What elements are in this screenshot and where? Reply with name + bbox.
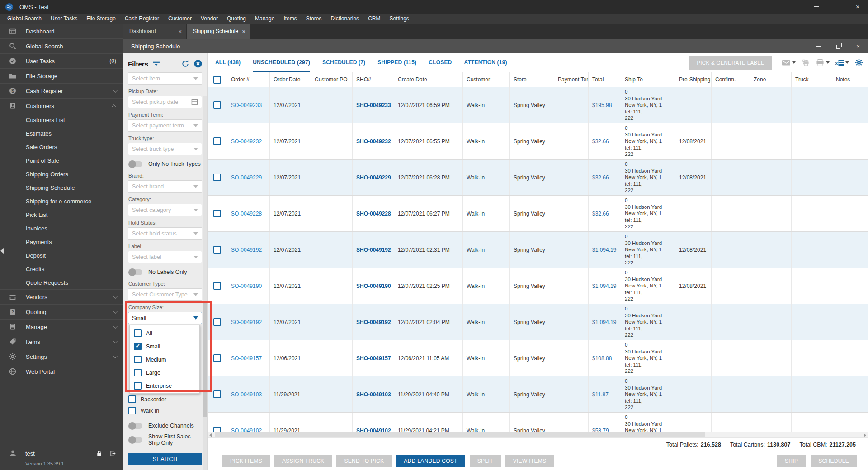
column-header[interactable]: Order # (227, 72, 270, 87)
row-checkbox[interactable] (213, 210, 221, 217)
filter-checkbox[interactable] (128, 395, 136, 403)
order-number-link[interactable]: SO-0049190 (227, 268, 270, 304)
order-number-link[interactable]: SO-0049192 (227, 304, 270, 340)
sho-number-link[interactable]: SHO-0049102 (353, 413, 394, 432)
tab-close-icon[interactable]: × (178, 28, 182, 35)
action-button[interactable]: SPLIT (470, 455, 501, 467)
search-button[interactable]: SEARCH (128, 453, 202, 465)
close-button[interactable]: × (847, 0, 868, 14)
filter-toggle[interactable]: Show First Sales Ship Only (129, 435, 202, 445)
sidebar-item[interactable]: Manage (0, 319, 123, 334)
status-tab[interactable]: UNSCHEDULED (297) (253, 53, 310, 72)
sidebar-subitem[interactable]: Customers List (0, 113, 123, 127)
column-header[interactable]: Zone (750, 72, 792, 87)
column-header[interactable]: Create Date (394, 72, 463, 87)
filter-checkbox[interactable] (128, 407, 136, 414)
order-number-link[interactable]: SO-0049229 (227, 160, 270, 195)
logout-icon[interactable] (109, 450, 116, 457)
row-checkbox[interactable] (213, 427, 221, 432)
label-print-button[interactable] (801, 59, 810, 66)
menu-item[interactable]: Items (279, 15, 301, 22)
filter-date-input[interactable]: Select pickup date (128, 96, 202, 108)
email-button[interactable] (782, 59, 796, 66)
filter-toggle[interactable]: Only No Truck Types (129, 159, 202, 169)
row-checkbox[interactable] (213, 174, 221, 181)
select-all-checkbox[interactable] (213, 76, 221, 84)
column-header[interactable]: Customer (463, 72, 510, 87)
option-checkbox[interactable] (134, 382, 142, 390)
filter-toggle[interactable]: No Labels Only (129, 267, 202, 277)
filter-scrollbar[interactable] (203, 96, 207, 470)
action-button[interactable]: VIEW ITEMS (505, 455, 554, 467)
order-number-link[interactable]: SO-0049192 (227, 232, 270, 268)
sho-number-link[interactable]: SHO-0049192 (353, 304, 394, 340)
column-header[interactable]: Store (510, 72, 554, 87)
sho-number-link[interactable]: SHO-0049229 (353, 160, 394, 195)
tab-close-icon[interactable]: × (242, 28, 245, 35)
option-checkbox[interactable] (134, 369, 142, 376)
sho-number-link[interactable]: SHO-0049232 (353, 123, 394, 159)
toggle-pill[interactable] (129, 423, 142, 429)
menu-item[interactable]: Global Search (3, 15, 46, 22)
filter-select[interactable]: Select category (128, 204, 202, 216)
status-tab[interactable]: ATTENTION (19) (464, 53, 507, 72)
row-checkbox[interactable] (213, 282, 221, 290)
menu-item[interactable]: Manage (250, 15, 279, 22)
export-excel-button[interactable]: x (835, 59, 849, 66)
order-number-link[interactable]: SO-0049157 (227, 340, 270, 376)
filter-toggle[interactable]: Exclude Channels (129, 421, 202, 431)
option-checkbox[interactable] (134, 343, 142, 350)
settings-button[interactable] (854, 59, 863, 66)
sidebar-collapse-arrow-icon[interactable] (0, 248, 4, 254)
sho-number-link[interactable]: SHO-0049157 (353, 340, 394, 376)
column-header[interactable]: Payment Term (554, 72, 589, 87)
table-row[interactable]: SO-0049228 12/07/2021 SHO-0049228 12/07/… (208, 196, 868, 232)
horizontal-scrollbar-thumb[interactable] (215, 432, 705, 437)
document-tab[interactable]: Shipping Schedule × (187, 24, 250, 39)
column-header[interactable]: SHO# (353, 72, 394, 87)
pick-generate-label-button[interactable]: PICK & GENERATE LABEL (689, 56, 772, 70)
action-button[interactable]: ADD LANDED COST (396, 455, 465, 467)
status-tab[interactable]: SHIPPED (115) (377, 53, 416, 72)
filter-select[interactable]: Select Customer Type (128, 288, 202, 301)
scroll-left-icon[interactable] (209, 433, 212, 437)
sidebar-subitem[interactable]: Credits (0, 262, 123, 276)
minimize-button[interactable] (806, 0, 826, 14)
sidebar-subitem[interactable]: Quote Requests (0, 276, 123, 289)
table-row[interactable]: SO-0049190 12/07/2021 SHO-0049190 12/07/… (208, 268, 868, 304)
lock-icon[interactable] (96, 450, 103, 457)
sidebar-subitem[interactable]: Point of Sale (0, 154, 123, 167)
maximize-button[interactable] (826, 0, 847, 14)
row-checkbox[interactable] (213, 246, 221, 254)
table-row[interactable]: SO-0049232 12/07/2021 SHO-0049232 12/07/… (208, 123, 868, 160)
column-header[interactable]: Confirm. (712, 72, 750, 87)
sidebar-item[interactable]: Items (0, 334, 123, 349)
sidebar-subitem[interactable]: Pick List (0, 208, 123, 221)
menu-item[interactable]: File Storage (82, 15, 120, 22)
column-header[interactable]: Ship To (621, 72, 675, 87)
menu-item[interactable]: CRM (363, 15, 385, 22)
filter-scrollbar-thumb[interactable] (203, 302, 207, 417)
column-header[interactable]: Notes (832, 72, 868, 87)
document-tab[interactable]: Dashboard × (123, 24, 186, 39)
dropdown-option[interactable]: Enterprise (130, 379, 199, 392)
sidebar-subitem[interactable]: Payments (0, 235, 123, 249)
sidebar-subitem[interactable]: Shipping for e-commerce (0, 194, 123, 208)
sidebar-item[interactable]: User Tasks (0) (0, 53, 123, 68)
filter-checkbox-row[interactable]: Walk In (128, 405, 202, 416)
toggle-pill[interactable] (129, 437, 142, 443)
order-number-link[interactable]: SO-0049228 (227, 196, 270, 231)
scroll-right-icon[interactable] (864, 433, 866, 437)
horizontal-scrollbar[interactable] (208, 432, 868, 437)
menu-item[interactable]: Customer (164, 15, 196, 22)
sidebar-subitem[interactable]: Shipping Orders (0, 167, 123, 181)
order-number-link[interactable]: SO-0049233 (227, 87, 270, 123)
sidebar-item[interactable]: Global Search (0, 38, 123, 53)
column-header[interactable]: Order Date (270, 72, 311, 87)
option-checkbox[interactable] (134, 356, 142, 363)
toggle-pill[interactable] (129, 269, 142, 275)
filter-collapse-icon[interactable] (152, 61, 160, 67)
filter-select[interactable]: Select hold status (128, 227, 202, 240)
filter-select[interactable]: Select item (128, 72, 202, 85)
table-row[interactable]: SO-0049157 12/06/2021 SHO-0049157 12/06/… (208, 340, 868, 376)
